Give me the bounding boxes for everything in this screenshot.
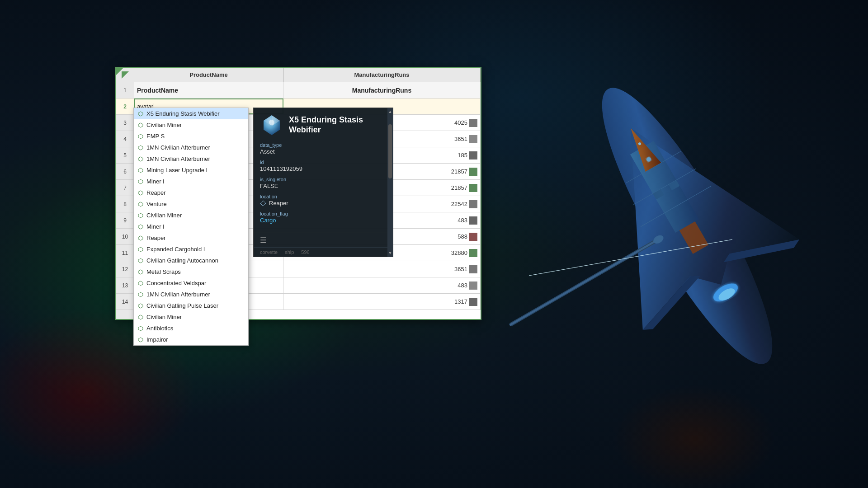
item-icon-13 [137,258,144,264]
row-num-10: 10 [116,229,134,245]
autocomplete-item-6[interactable]: Miner I [134,176,248,187]
field-value-location-flag: Cargo [260,217,381,224]
footer-category: ship [285,249,294,255]
svg-rect-13 [509,239,659,326]
item-icon-11 [137,235,144,241]
svg-marker-39 [138,304,143,308]
svg-marker-22 [138,112,143,116]
column-headers: ProductName ManufacturingRuns [116,68,481,82]
autocomplete-item-16[interactable]: 1MN Civilian Afterburner [134,289,248,300]
footer-number: 596 [301,249,309,255]
autocomplete-label-14: Metal Scraps [146,268,181,275]
autocomplete-item-14[interactable]: Metal Scraps [134,266,248,277]
autocomplete-item-13[interactable]: Civilian Gatling Autocannon [134,255,248,266]
svg-marker-34 [138,247,143,252]
autocomplete-label-4: 1MN Civilian Afterburner [146,155,210,162]
item-icon-14 [137,269,144,275]
detail-scrollbar[interactable]: ▲ ▼ [387,108,393,257]
item-icon-20 [137,337,144,343]
autocomplete-item-10[interactable]: Miner I [134,221,248,232]
autocomplete-item-1[interactable]: Civilian Miner [134,119,248,131]
autocomplete-item-9[interactable]: Civilian Miner [134,210,248,221]
autocomplete-label-7: Reaper [146,189,166,196]
item-icon-7 [137,190,144,196]
detail-bottom-bar: corvette ship 596 [254,247,387,257]
autocomplete-dropdown[interactable]: X5 Enduring Stasis Webifier Civilian Min… [133,108,249,346]
field-data-type: data_type Asset [260,142,381,155]
detail-panel: ▲ ▼ [253,108,393,257]
item-icon-9 [137,212,144,219]
autocomplete-item-11[interactable]: Reaper [134,232,248,244]
scroll-down-arrow[interactable]: ▼ [387,249,393,257]
field-location: location Reaper [260,194,381,206]
row-num-2: 2 [116,99,134,115]
row-num-4: 4 [116,131,134,147]
autocomplete-label-11: Reaper [146,235,166,241]
autocomplete-item-5[interactable]: Mining Laser Upgrade I [134,164,248,176]
autocomplete-item-19[interactable]: Antibiotics [134,323,248,334]
autocomplete-label-15: Concentrated Veldspar [146,280,206,286]
item-icon-19 [137,325,144,332]
field-label-data-type: data_type [260,142,381,148]
hamburger-icon[interactable]: ☰ [260,236,266,244]
autocomplete-item-20[interactable]: Impairor [134,334,248,345]
autocomplete-label-9: Civilian Miner [146,212,182,219]
detail-title: X5 Enduring Stasis Webifier [289,115,363,135]
field-value-data-type: Asset [260,148,381,155]
autocomplete-item-15[interactable]: Concentrated Veldspar [134,277,248,289]
autocomplete-label-3: 1MN Civilian Afterburner [146,144,210,151]
item-icon-15 [137,280,144,286]
autocomplete-item-0[interactable]: X5 Enduring Stasis Webifier [134,108,248,119]
cell-14b: 1317 [283,294,481,310]
item-icon-10 [137,224,144,230]
item-icon-17 [137,303,144,309]
row-num-6: 6 [116,164,134,180]
field-value-location: Reaper [260,200,381,206]
svg-marker-37 [138,281,143,286]
autocomplete-item-8[interactable]: Venture [134,198,248,210]
autocomplete-item-2[interactable]: EMP S [134,131,248,142]
autocomplete-label-5: Mining Laser Upgrade I [146,167,208,174]
scroll-up-arrow[interactable]: ▲ [387,108,393,115]
scrollbar-thumb[interactable] [388,124,392,178]
row-num-14: 14 [116,294,134,310]
svg-marker-23 [138,123,143,127]
col-b-header[interactable]: ManufacturingRuns [283,68,481,82]
item-icon-5 [137,167,144,174]
autocomplete-item-7[interactable]: Reaper [134,187,248,198]
header-row: ProductName ManufacturingRuns [134,82,481,99]
row-num-1: 1 [116,82,134,99]
row-num-8: 8 [116,196,134,212]
detail-body: data_type Asset id 1041113192059 is_sing… [254,142,387,233]
item-thumbnail [260,113,283,137]
spaceship-image [484,23,868,429]
autocomplete-item-4[interactable]: 1MN Civilian Afterburner [134,153,248,164]
row-num-3: 3 [116,115,134,131]
autocomplete-label-12: Expanded Cargohold I [146,246,205,253]
field-is-singleton: is_singleton FALSE [260,177,381,189]
autocomplete-item-18[interactable]: Civilian Miner [134,311,248,323]
col-a-header[interactable]: ProductName [134,68,283,82]
item-icon-2 [137,133,144,140]
field-label-id: id [260,160,381,165]
autocomplete-item-12[interactable]: Expanded Cargohold I [134,244,248,255]
field-value-is-singleton: FALSE [260,183,381,189]
item-icon-0 [137,111,144,117]
item-icon-6 [137,178,144,185]
autocomplete-item-3[interactable]: 1MN Civilian Afterburner [134,142,248,153]
autocomplete-label-16: 1MN Civilian Afterburner [146,291,210,298]
autocomplete-item-17[interactable]: Civilian Gatling Pulse Laser [134,300,248,311]
cell-12b: 3651 [283,261,481,277]
item-icon-18 [137,314,144,320]
field-value-id: 1041113192059 [260,165,381,172]
autocomplete-label-18: Civilian Miner [146,314,182,320]
autocomplete-label-19: Antibiotics [146,325,173,332]
footer-ship-type: corvette [260,249,278,255]
autocomplete-label-20: Impairor [146,336,168,343]
autocomplete-label-8: Venture [146,201,167,207]
detail-footer: ☰ [254,233,387,247]
item-icon-1 [137,122,144,128]
detail-header: X5 Enduring Stasis Webifier [254,108,387,142]
autocomplete-label-17: Civilian Gatling Pulse Laser [146,302,218,309]
corner-indicator [115,67,124,76]
